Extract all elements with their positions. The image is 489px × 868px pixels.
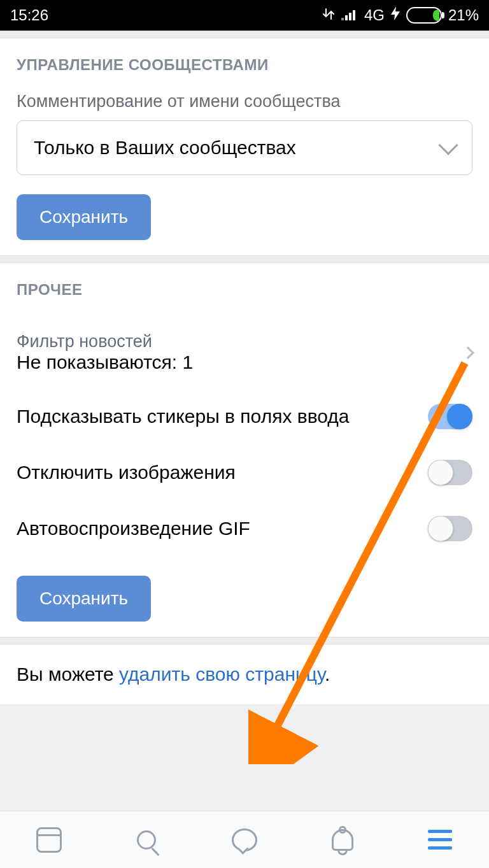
filter-value: Не показываются: 1 (17, 352, 193, 373)
save-button[interactable]: Сохранить (17, 576, 151, 622)
disable-images-row: Отключить изображения (17, 445, 472, 501)
disable-images-toggle[interactable] (428, 460, 472, 485)
filter-label: Фильтр новостей (17, 332, 193, 352)
nav-search[interactable] (131, 825, 162, 855)
status-bar: 15:26 4G 21% (0, 0, 489, 31)
stickers-row: Подсказывать стикеры в полях ввода (17, 388, 472, 445)
data-transfer-icon (322, 6, 335, 24)
stickers-label: Подсказывать стикеры в полях ввода (17, 406, 349, 427)
save-button[interactable]: Сохранить (17, 194, 151, 240)
select-value: Только в Ваших сообществах (34, 137, 296, 159)
disable-images-label: Отключить изображения (17, 462, 236, 483)
section-title: УПРАВЛЕНИЕ СООБЩЕСТВАМИ (17, 56, 472, 74)
feed-icon (36, 827, 62, 853)
status-time: 15:26 (10, 6, 48, 24)
nav-messages[interactable] (229, 825, 260, 855)
svg-rect-3 (353, 10, 355, 20)
nav-notifications[interactable] (327, 825, 358, 855)
field-label: Комментирование от имени сообщества (17, 92, 472, 111)
battery-icon (406, 7, 442, 24)
section-title: ПРОЧЕЕ (17, 281, 472, 299)
signal-icon (341, 6, 358, 24)
autoplay-gif-toggle[interactable] (428, 516, 472, 541)
communities-section: УПРАВЛЕНИЕ СООБЩЕСТВАМИ Комментирование … (0, 38, 489, 255)
stickers-toggle[interactable] (428, 404, 472, 429)
charging-icon (391, 6, 400, 24)
bottom-nav (0, 811, 489, 868)
other-section: ПРОЧЕЕ Фильтр новостей Не показываются: … (0, 263, 489, 637)
footer-prefix: Вы можете (17, 664, 119, 685)
divider (0, 255, 489, 263)
status-right: 4G 21% (322, 6, 479, 24)
chat-icon (232, 829, 257, 851)
nav-menu[interactable] (425, 825, 455, 855)
search-icon (137, 830, 156, 850)
autoplay-gif-row: Автовоспроизведение GIF (17, 501, 472, 557)
delete-page-footer: Вы можете удалить свою страницу. (0, 644, 489, 704)
menu-icon (428, 830, 452, 850)
svg-rect-1 (345, 15, 348, 20)
divider (0, 31, 489, 38)
autoplay-gif-label: Автовоспроизведение GIF (17, 518, 250, 539)
divider (0, 637, 489, 644)
network-label: 4G (364, 6, 385, 24)
svg-rect-2 (349, 13, 351, 20)
nav-feed[interactable] (34, 825, 64, 855)
battery-pct: 21% (448, 6, 479, 24)
bell-icon (332, 829, 353, 851)
chevron-right-icon (462, 346, 474, 359)
comment-scope-select[interactable]: Только в Ваших сообществах (17, 120, 472, 175)
delete-page-link[interactable]: удалить свою страницу (119, 664, 325, 685)
chevron-down-icon (438, 135, 458, 155)
news-filter-row[interactable]: Фильтр новостей Не показываются: 1 (17, 317, 472, 388)
footer-suffix: . (325, 664, 330, 685)
svg-rect-0 (341, 18, 344, 20)
